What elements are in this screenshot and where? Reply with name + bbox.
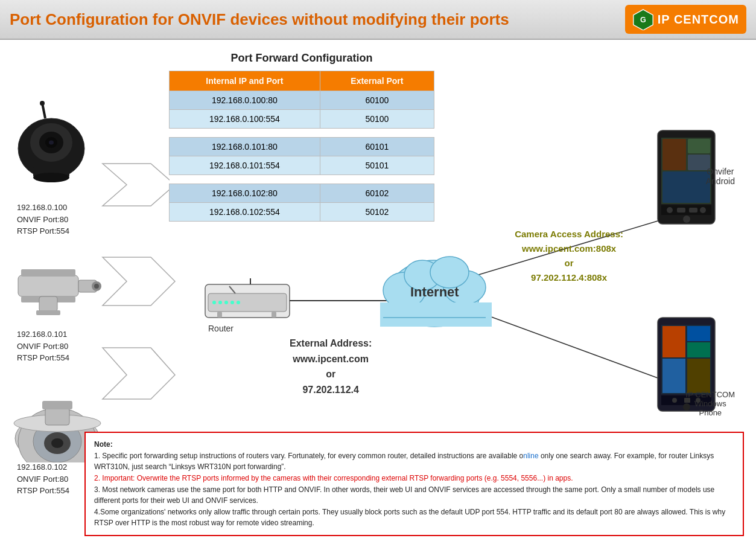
table-row: 192.168.0.102:554 50102	[170, 203, 434, 222]
cell-port: 60101	[320, 138, 434, 156]
table-row: 192.168.0.102:80 60102	[170, 184, 434, 203]
svg-point-10	[212, 301, 216, 304]
table-row: 192.168.0.101:80 60101	[170, 138, 434, 156]
svg-rect-53	[42, 401, 72, 409]
main-diagram: Port Forward Configuration Internal IP a…	[0, 40, 756, 541]
svg-rect-71	[662, 359, 685, 393]
svg-rect-70	[687, 342, 710, 357]
camera-2-label: 192.168.0.101ONVIF Port:80RTSP Port:554	[17, 328, 69, 364]
router-label: Router	[208, 324, 233, 333]
svg-point-11	[218, 301, 222, 304]
cam-access-line2: or	[565, 258, 574, 268]
svg-point-49	[44, 432, 71, 454]
svg-rect-72	[687, 359, 710, 393]
svg-rect-52	[45, 408, 69, 425]
note-box: Note: 1. Specific port forwarding setup …	[84, 432, 744, 536]
svg-rect-60	[661, 205, 711, 215]
svg-rect-43	[21, 296, 75, 302]
svg-line-34	[42, 103, 45, 118]
svg-point-74	[672, 398, 677, 403]
svg-point-64	[700, 207, 706, 213]
svg-rect-62	[677, 208, 685, 213]
note-line2: 2. Important: Overwrite the RTSP ports i…	[94, 474, 573, 482]
svg-rect-63	[689, 208, 697, 213]
logo: G IP CENTCOM	[625, 5, 746, 34]
external-address-label: External Address:	[290, 338, 372, 348]
note-line4: 4.Some organizations' networks only allo…	[94, 508, 725, 528]
svg-rect-15	[217, 312, 222, 318]
svg-point-61	[667, 207, 673, 213]
cell-ip: 192.168.0.102:554	[170, 203, 320, 222]
svg-rect-38	[18, 275, 78, 296]
cam-access-label: Camera Access Address:	[515, 229, 623, 239]
svg-point-35	[40, 101, 45, 106]
svg-point-26	[430, 257, 469, 288]
svg-point-29	[18, 118, 84, 179]
cell-port: 50102	[320, 203, 434, 222]
svg-rect-69	[687, 326, 710, 341]
svg-point-13	[230, 301, 234, 304]
svg-rect-55	[661, 138, 711, 204]
svg-point-50	[51, 438, 63, 448]
onvifer-label: Onvifer Android	[706, 167, 735, 186]
page-title: Port Configuration for ONVIF devices wit…	[10, 10, 509, 29]
svg-rect-67	[661, 325, 711, 394]
table-title: Port Forward Configuration	[169, 52, 434, 65]
external-address: External Address: www.ipcent.com or 97.2…	[290, 336, 372, 397]
logo-icon: G	[632, 8, 654, 30]
svg-text:G: G	[640, 16, 646, 24]
svg-rect-68	[662, 326, 685, 357]
svg-marker-5	[103, 257, 175, 305]
cam-access-line1: www.ipcent.com:808x	[522, 243, 616, 254]
cell-ip: 192.168.0.102:80	[170, 184, 320, 203]
camera-1-label: 192.168.0.100ONVIF Port:80RTSP Port:554	[17, 202, 69, 237]
camera-3-label: 192.168.0.102ONVIF Port:80RTSP Port:554	[17, 461, 69, 497]
header: Port Configuration for ONVIF devices wit…	[0, 0, 756, 40]
cell-port: 60102	[320, 184, 434, 203]
camera-access-address: Camera Access Address: www.ipcent.com:80…	[515, 227, 623, 285]
table-row: 192.168.0.100:80 60100	[170, 91, 434, 110]
external-address-line2: or	[326, 369, 335, 379]
external-address-line3: 97.202.112.4	[302, 385, 358, 395]
svg-point-12	[224, 301, 228, 304]
svg-rect-8	[208, 293, 287, 312]
svg-rect-56	[662, 139, 686, 170]
cell-ip: 192.168.0.100:554	[170, 110, 320, 129]
svg-rect-39	[78, 280, 97, 292]
svg-rect-27	[380, 302, 492, 327]
cell-port: 50100	[320, 110, 434, 129]
svg-point-48	[33, 420, 81, 462]
svg-rect-42	[21, 269, 75, 277]
cell-port: 50101	[320, 156, 434, 175]
svg-rect-57	[688, 139, 710, 153]
svg-rect-45	[36, 310, 60, 315]
cam-access-line3: 97.202.112.4:808x	[531, 272, 607, 283]
svg-marker-4	[103, 164, 175, 206]
svg-point-40	[92, 281, 101, 291]
cell-ip: 192.168.0.100:80	[170, 91, 320, 110]
note-title: Note:	[94, 440, 113, 449]
svg-marker-6	[103, 348, 175, 399]
windows-phone-label: IP CENTCOM Windows Phone	[686, 390, 735, 417]
svg-rect-16	[272, 312, 276, 318]
table-row: 192.168.0.101:554 50101	[170, 156, 434, 175]
svg-point-41	[94, 284, 99, 289]
svg-point-30	[30, 123, 72, 162]
svg-rect-36	[33, 167, 69, 178]
svg-rect-44	[39, 296, 57, 312]
svg-rect-59	[662, 171, 710, 203]
col-external: External Port	[320, 71, 434, 91]
svg-rect-7	[205, 284, 290, 318]
note-line3: 3. Most network cameras use the same por…	[94, 485, 714, 505]
svg-line-19	[477, 312, 658, 378]
logo-text: IP CENTCOM	[658, 13, 739, 27]
svg-point-14	[237, 301, 240, 304]
port-forward-table-section: Port Forward Configuration Internal IP a…	[169, 52, 434, 222]
svg-point-33	[49, 141, 54, 145]
table-row: 192.168.0.100:554 50100	[170, 110, 434, 129]
svg-line-9	[229, 286, 235, 293]
svg-point-37	[33, 173, 69, 182]
note-line1: 1. Specific port forwarding setup instru…	[94, 452, 714, 472]
external-address-line1: www.ipcent.com	[293, 354, 369, 364]
cell-ip: 192.168.0.101:80	[170, 138, 320, 156]
